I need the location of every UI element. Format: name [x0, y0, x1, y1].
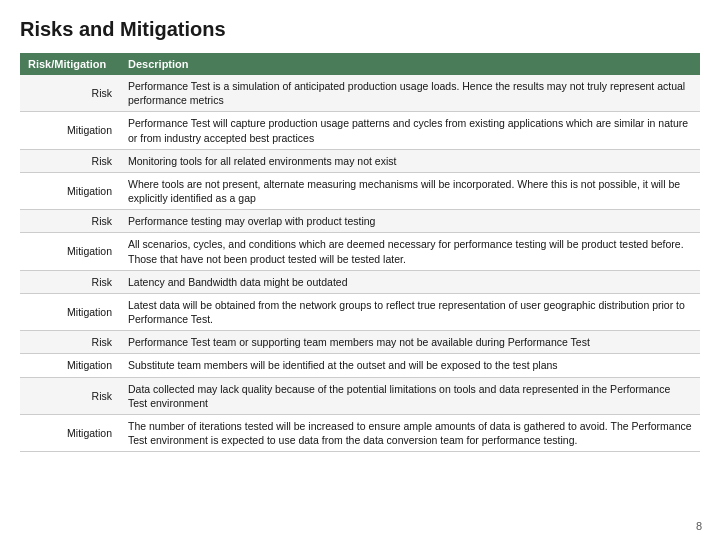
row-label: Mitigation [20, 112, 120, 149]
table-row: MitigationAll scenarios, cycles, and con… [20, 233, 700, 270]
page-number: 8 [696, 520, 702, 532]
row-label: Risk [20, 149, 120, 172]
row-label: Mitigation [20, 233, 120, 270]
table-row: MitigationLatest data will be obtained f… [20, 293, 700, 330]
row-description: Performance Test is a simulation of anti… [120, 75, 700, 112]
row-description: Data collected may lack quality because … [120, 377, 700, 414]
row-label: Risk [20, 75, 120, 112]
table-row: MitigationWhere tools are not present, a… [20, 172, 700, 209]
row-description: Latest data will be obtained from the ne… [120, 293, 700, 330]
row-label: Risk [20, 331, 120, 354]
table-row: RiskPerformance testing may overlap with… [20, 210, 700, 233]
row-description: Where tools are not present, alternate m… [120, 172, 700, 209]
row-description: Monitoring tools for all related environ… [120, 149, 700, 172]
row-description: The number of iterations tested will be … [120, 414, 700, 451]
row-label: Mitigation [20, 354, 120, 377]
table-row: RiskPerformance Test is a simulation of … [20, 75, 700, 112]
table-row: RiskLatency and Bandwidth data might be … [20, 270, 700, 293]
page-title: Risks and Mitigations [20, 18, 700, 41]
page-container: Risks and Mitigations Risk/Mitigation De… [0, 0, 720, 462]
row-description: All scenarios, cycles, and conditions wh… [120, 233, 700, 270]
row-description: Latency and Bandwidth data might be outd… [120, 270, 700, 293]
col-header-description: Description [120, 53, 700, 75]
table-row: MitigationPerformance Test will capture … [20, 112, 700, 149]
table-row: RiskMonitoring tools for all related env… [20, 149, 700, 172]
table-row: RiskData collected may lack quality beca… [20, 377, 700, 414]
table-row: MitigationSubstitute team members will b… [20, 354, 700, 377]
row-label: Mitigation [20, 414, 120, 451]
row-description: Performance Test team or supporting team… [120, 331, 700, 354]
risks-table: Risk/Mitigation Description RiskPerforma… [20, 53, 700, 452]
row-description: Performance testing may overlap with pro… [120, 210, 700, 233]
row-label: Mitigation [20, 293, 120, 330]
row-label: Mitigation [20, 172, 120, 209]
col-header-risk-mitigation: Risk/Mitigation [20, 53, 120, 75]
row-label: Risk [20, 210, 120, 233]
row-description: Substitute team members will be identifi… [120, 354, 700, 377]
row-label: Risk [20, 377, 120, 414]
table-row: MitigationThe number of iterations teste… [20, 414, 700, 451]
row-description: Performance Test will capture production… [120, 112, 700, 149]
table-row: RiskPerformance Test team or supporting … [20, 331, 700, 354]
row-label: Risk [20, 270, 120, 293]
